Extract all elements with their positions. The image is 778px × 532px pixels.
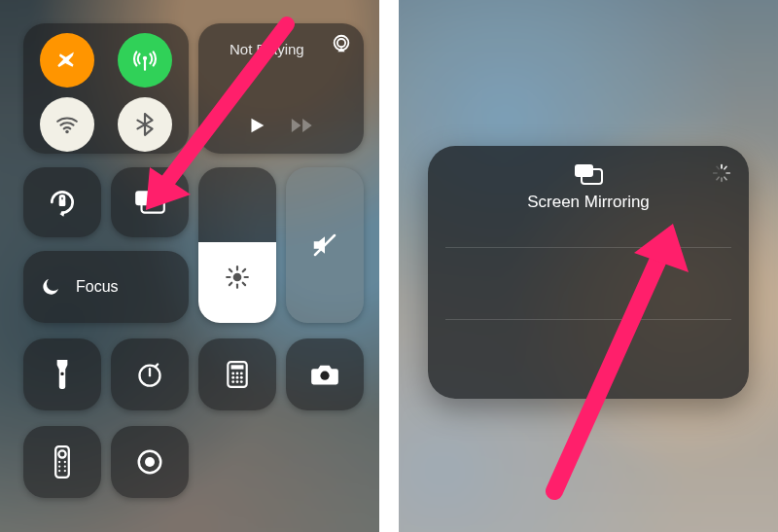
svg-line-53 xyxy=(717,166,719,169)
bluetooth-toggle[interactable] xyxy=(118,97,172,152)
focus-button[interactable]: Focus xyxy=(23,251,189,323)
screen-mirroring-sheet[interactable]: Screen Mirroring xyxy=(428,146,749,399)
timer-button[interactable] xyxy=(111,338,189,410)
svg-line-15 xyxy=(230,283,231,285)
svg-point-27 xyxy=(240,376,243,379)
svg-rect-7 xyxy=(135,191,156,205)
sheet-header: Screen Mirroring xyxy=(428,146,749,212)
play-icon xyxy=(246,115,267,136)
svg-point-23 xyxy=(236,372,239,375)
moon-icon xyxy=(39,275,62,299)
bluetooth-icon xyxy=(132,112,158,137)
phone-screenshot-mirroring-sheet: Screen Mirroring xyxy=(399,0,778,532)
wifi-toggle[interactable] xyxy=(40,97,94,152)
svg-point-36 xyxy=(58,465,60,467)
svg-point-30 xyxy=(240,380,243,383)
svg-rect-18 xyxy=(60,372,63,375)
phone-screenshot-control-center: Not Playing xyxy=(0,0,379,532)
calculator-icon xyxy=(226,361,249,388)
svg-line-51 xyxy=(717,177,719,180)
svg-point-37 xyxy=(64,465,66,467)
screen-mirror-icon xyxy=(132,188,167,217)
svg-point-28 xyxy=(231,380,234,383)
screen-mirror-icon xyxy=(572,161,605,187)
connectivity-cluster[interactable] xyxy=(23,23,189,154)
wifi-icon xyxy=(54,112,80,137)
svg-point-22 xyxy=(231,372,234,375)
svg-point-26 xyxy=(236,376,239,379)
svg-line-16 xyxy=(243,269,245,271)
svg-point-35 xyxy=(64,461,66,463)
brightness-icon xyxy=(225,265,250,294)
volume-slider[interactable] xyxy=(286,167,364,323)
flashlight-icon xyxy=(53,360,72,389)
forward-button[interactable] xyxy=(291,116,316,139)
cellular-antenna-icon xyxy=(132,48,158,73)
sheet-divider xyxy=(445,319,731,320)
airplane-mode-toggle[interactable] xyxy=(40,33,94,88)
screen-record-icon xyxy=(135,447,164,477)
volume-muted-icon xyxy=(310,231,339,260)
cellular-data-toggle[interactable] xyxy=(118,33,172,88)
svg-point-38 xyxy=(58,470,60,472)
airplane-icon xyxy=(54,48,80,73)
control-center: Not Playing xyxy=(0,0,379,532)
svg-line-47 xyxy=(725,166,726,169)
svg-line-49 xyxy=(725,177,726,180)
svg-point-8 xyxy=(233,273,242,282)
camera-button[interactable] xyxy=(286,338,364,410)
focus-label: Focus xyxy=(76,278,119,296)
svg-point-34 xyxy=(58,461,60,463)
svg-point-25 xyxy=(231,376,234,379)
screen-mirroring-button[interactable] xyxy=(111,167,189,237)
timer-icon xyxy=(136,361,163,388)
screen-record-button[interactable] xyxy=(111,426,189,498)
svg-rect-21 xyxy=(231,365,244,369)
panel-gutter xyxy=(379,0,399,532)
sheet-divider xyxy=(445,247,731,248)
media-controls xyxy=(198,115,364,140)
play-button[interactable] xyxy=(246,115,267,140)
svg-line-13 xyxy=(230,269,231,271)
svg-point-2 xyxy=(65,130,68,133)
svg-point-24 xyxy=(240,372,243,375)
svg-line-14 xyxy=(243,283,245,285)
apple-tv-remote-button[interactable] xyxy=(23,426,101,498)
airplay-icon[interactable] xyxy=(331,33,352,58)
camera-icon xyxy=(310,363,339,386)
forward-icon xyxy=(291,116,316,135)
svg-point-41 xyxy=(145,457,155,467)
flashlight-button[interactable] xyxy=(23,338,101,410)
svg-point-29 xyxy=(236,380,239,383)
sheet-title: Screen Mirroring xyxy=(428,193,749,212)
loading-spinner-icon xyxy=(712,163,731,187)
rotation-lock-toggle[interactable] xyxy=(23,167,101,237)
media-playback-tile[interactable]: Not Playing xyxy=(198,23,364,154)
brightness-slider[interactable] xyxy=(198,167,276,323)
remote-icon xyxy=(53,445,71,479)
svg-point-31 xyxy=(320,372,329,380)
svg-rect-45 xyxy=(575,164,593,177)
svg-point-33 xyxy=(58,450,65,457)
svg-point-4 xyxy=(337,39,345,47)
calculator-button[interactable] xyxy=(198,338,276,410)
rotation-lock-icon xyxy=(47,187,78,218)
tutorial-figure: Not Playing xyxy=(0,0,778,532)
svg-point-39 xyxy=(64,470,66,472)
